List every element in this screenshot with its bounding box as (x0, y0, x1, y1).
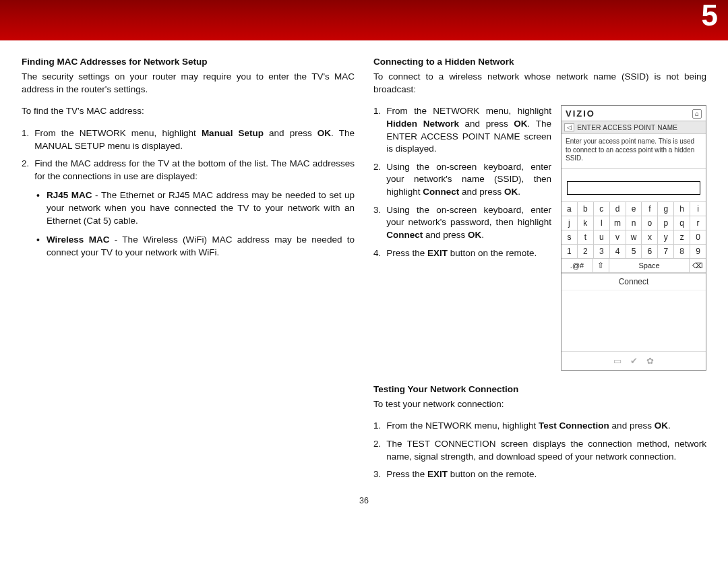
kbd-key-2[interactable]: 2 (578, 245, 594, 259)
hidden-step-2: Using the on-screen keyboard, enter your… (373, 161, 551, 199)
kbd-key-m[interactable]: m (610, 216, 626, 230)
panel-empty-area (562, 290, 706, 351)
test-lead: To test your network connection: (373, 398, 706, 411)
hidden-step-3: Using the on-screen keyboard, enter your… (373, 204, 551, 242)
mac-intro: The security settings on your router may… (22, 71, 355, 96)
kbd-key-n[interactable]: n (626, 216, 642, 230)
kbd-key-l[interactable]: l (594, 216, 610, 230)
back-chevron-icon[interactable]: ◁ (564, 123, 574, 131)
kbd-key-d[interactable]: d (610, 202, 626, 216)
kbd-key-r[interactable]: r (690, 216, 706, 230)
test-connection-section: Testing Your Network Connection To test … (373, 384, 706, 488)
test-step-1: From the NETWORK menu, highlight Test Co… (373, 420, 706, 433)
mac-step-1-text: From the NETWORK menu, highlight Manual … (34, 127, 355, 152)
kbd-key-0[interactable]: 0 (690, 230, 706, 245)
kbd-key-f[interactable]: f (642, 202, 658, 216)
kbd-key-5[interactable]: 5 (626, 245, 642, 259)
kbd-key-4[interactable]: 4 (610, 245, 626, 259)
kbd-key-7[interactable]: 7 (658, 245, 674, 259)
kbd-key-6[interactable]: 6 (642, 245, 658, 259)
kbd-row-3: stuvwxyz0 (562, 230, 706, 245)
kbd-key-c[interactable]: c (594, 202, 610, 216)
kbd-key-o[interactable]: o (642, 216, 658, 230)
hidden-intro: To connect to a wireless network whose n… (373, 71, 706, 96)
panel-help-text: Enter your access point name. This is us… (562, 134, 706, 169)
heading-mac: Finding MAC Addresses for Network Setup (22, 57, 355, 67)
kbd-shift-key[interactable]: ⇧ (593, 259, 609, 273)
kbd-row-2: jklmnopqr (562, 216, 706, 230)
mac-bullets: RJ45 MAC - The Ethernet or RJ45 MAC addr… (36, 189, 355, 259)
chapter-number: 5 (702, 0, 719, 32)
kbd-key-w[interactable]: w (626, 230, 642, 245)
mac-lead: To find the TV's MAC address: (22, 105, 355, 118)
kbd-key-1[interactable]: 1 (562, 245, 578, 259)
home-icon[interactable]: ⌂ (692, 109, 702, 119)
kbd-row-1: abcdefghi (562, 202, 706, 216)
panel-footer-icons: ▭ ✔ ✿ (562, 351, 706, 370)
test-step-3: Press the EXIT button on the remote. (373, 468, 706, 481)
right-column: Connecting to a Hidden Network To connec… (373, 57, 706, 488)
mac-step-2-text: Find the MAC address for the TV at the b… (34, 158, 355, 183)
kbd-key-e[interactable]: e (626, 202, 642, 216)
mac-bullet-rj45: RJ45 MAC - The Ethernet or RJ45 MAC addr… (36, 189, 355, 227)
mac-steps: From the NETWORK menu, highlight Manual … (22, 127, 355, 183)
hidden-step-1: From the NETWORK menu, highlight Hidden … (373, 105, 551, 156)
heading-hidden: Connecting to a Hidden Network (373, 57, 706, 67)
chapter-header-bar: 5 (0, 0, 728, 40)
kbd-key-t[interactable]: t (578, 230, 594, 245)
connect-button[interactable]: Connect (562, 274, 706, 290)
breadcrumb-label: ENTER ACCESS POINT NAME (577, 124, 677, 131)
heading-test: Testing Your Network Connection (373, 384, 706, 394)
hidden-step-4: Press the EXIT button on the remote. (373, 247, 551, 260)
mac-step-1: From the NETWORK menu, highlight Manual … (22, 127, 355, 152)
kbd-key-h[interactable]: h (674, 202, 690, 216)
breadcrumb[interactable]: ◁ ENTER ACCESS POINT NAME (562, 121, 706, 134)
hidden-steps: From the NETWORK menu, highlight Hidden … (373, 105, 551, 259)
kbd-row-sym: .@# ⇧ Space ⌫ (562, 259, 706, 273)
kbd-key-a[interactable]: a (562, 202, 578, 216)
footer-icon-wide[interactable]: ▭ (612, 356, 623, 366)
test-steps: From the NETWORK menu, highlight Test Co… (373, 420, 706, 481)
mac-bullet-wireless: Wireless MAC - The Wireless (WiFi) MAC a… (36, 234, 355, 259)
footer-icon-check[interactable]: ✔ (628, 356, 639, 366)
kbd-key-x[interactable]: x (642, 230, 658, 245)
kbd-space-key[interactable]: Space (609, 259, 690, 273)
kbd-key-g[interactable]: g (658, 202, 674, 216)
kbd-key-v[interactable]: v (610, 230, 626, 245)
vizio-osk-panel: VIZIO ⌂ ◁ ENTER ACCESS POINT NAME Enter … (561, 105, 706, 371)
vizio-logo: VIZIO (566, 108, 595, 119)
page-number-footer: 36 (0, 496, 728, 505)
kbd-key-s[interactable]: s (562, 230, 578, 245)
mac-step-2: Find the MAC address for the TV at the b… (22, 158, 355, 183)
kbd-key-y[interactable]: y (658, 230, 674, 245)
kbd-key-u[interactable]: u (594, 230, 610, 245)
kbd-key-9[interactable]: 9 (690, 245, 706, 259)
ssid-input[interactable] (567, 181, 700, 195)
left-column: Finding MAC Addresses for Network Setup … (22, 57, 355, 488)
kbd-key-8[interactable]: 8 (674, 245, 690, 259)
kbd-key-p[interactable]: p (658, 216, 674, 230)
kbd-key-3[interactable]: 3 (594, 245, 610, 259)
kbd-key-j[interactable]: j (562, 216, 578, 230)
kbd-key-i[interactable]: i (690, 202, 706, 216)
onscreen-keyboard: abcdefghi jklmnopqr stuvwxyz0 123456789 … (562, 201, 706, 274)
kbd-delete-key[interactable]: ⌫ (690, 259, 706, 273)
page-body: Finding MAC Addresses for Network Setup … (0, 40, 728, 496)
kbd-key-q[interactable]: q (674, 216, 690, 230)
kbd-row-4: 123456789 (562, 245, 706, 259)
kbd-symbol-key[interactable]: .@# (562, 259, 593, 273)
test-step-2: The TEST CONNECTION screen displays the … (373, 438, 706, 463)
footer-icon-gear[interactable]: ✿ (644, 356, 655, 366)
hidden-network-section: Connecting to a Hidden Network To connec… (373, 57, 706, 371)
kbd-key-k[interactable]: k (578, 216, 594, 230)
kbd-key-z[interactable]: z (674, 230, 690, 245)
kbd-key-b[interactable]: b (578, 202, 594, 216)
